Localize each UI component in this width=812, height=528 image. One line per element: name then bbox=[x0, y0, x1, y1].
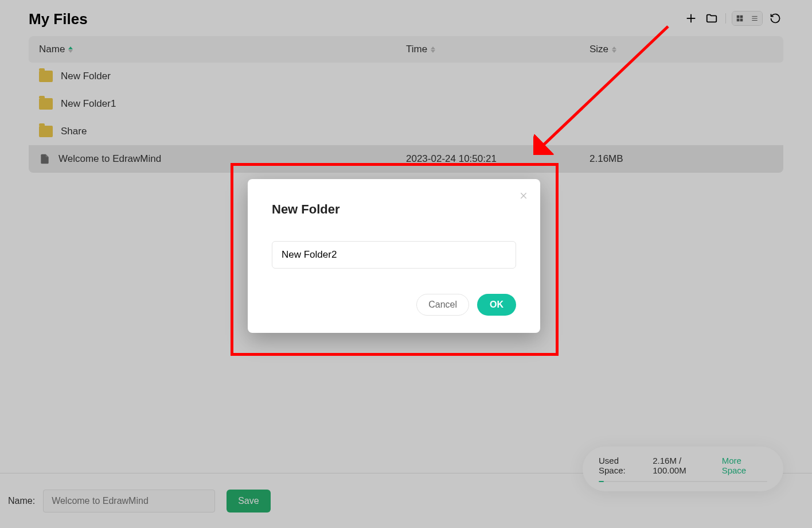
close-icon bbox=[519, 191, 528, 200]
modal-close-button[interactable] bbox=[516, 188, 531, 203]
folder-name-input[interactable] bbox=[272, 241, 516, 269]
modal-title: New Folder bbox=[272, 202, 516, 217]
ok-button[interactable]: OK bbox=[477, 294, 516, 316]
cancel-button[interactable]: Cancel bbox=[416, 294, 469, 316]
new-folder-modal: New Folder Cancel OK bbox=[248, 179, 540, 333]
